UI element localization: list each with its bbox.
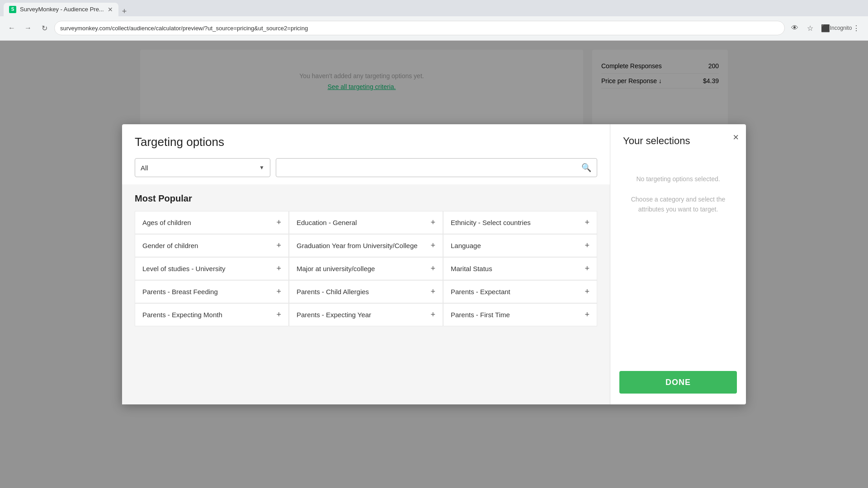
option-item-major-university[interactable]: Major at university/college+ bbox=[289, 257, 443, 280]
modal-filters: All ▼ 🔍 bbox=[122, 158, 610, 184]
option-plus-icon: + bbox=[276, 310, 281, 319]
tab-close-icon[interactable]: ✕ bbox=[108, 6, 113, 13]
browser-toolbar: ← → ↻ surveymonkey.com/collect/audience/… bbox=[0, 16, 868, 40]
option-plus-icon: + bbox=[430, 218, 435, 227]
option-label: Marital Status bbox=[451, 265, 492, 272]
option-label: Language bbox=[451, 242, 481, 249]
option-item-ethnicity-select-countries[interactable]: Ethnicity - Select countries+ bbox=[443, 211, 597, 234]
options-grid: Ages of children+Education - General+Eth… bbox=[135, 211, 597, 326]
sidebar-title: Your selections bbox=[623, 135, 733, 147]
option-label: Graduation Year from University/College bbox=[297, 242, 418, 249]
option-label: Gender of children bbox=[142, 242, 198, 249]
modal-header: Targeting options bbox=[122, 124, 610, 158]
option-item-language[interactable]: Language+ bbox=[443, 234, 597, 257]
browser-tabs: S SurveyMonkey - Audience Pre... ✕ + bbox=[0, 0, 868, 16]
option-plus-icon: + bbox=[276, 241, 281, 250]
back-button[interactable]: ← bbox=[5, 22, 18, 34]
option-item-parents-breast-feeding[interactable]: Parents - Breast Feeding+ bbox=[135, 280, 289, 303]
most-popular-title: Most Popular bbox=[135, 193, 597, 204]
filter-dropdown[interactable]: All ▼ bbox=[135, 158, 270, 177]
option-plus-icon: + bbox=[276, 264, 281, 273]
option-label: Parents - Expectant bbox=[451, 288, 510, 296]
option-plus-icon: + bbox=[585, 241, 590, 250]
option-plus-icon: + bbox=[276, 218, 281, 227]
option-plus-icon: + bbox=[430, 287, 435, 296]
option-item-parents-expectant[interactable]: Parents - Expectant+ bbox=[443, 280, 597, 303]
eye-slash-icon: 👁 bbox=[788, 22, 801, 34]
new-tab-button[interactable]: + bbox=[118, 7, 131, 16]
forward-button[interactable]: → bbox=[22, 22, 34, 34]
option-plus-icon: + bbox=[585, 264, 590, 273]
no-selections-text: No targeting options selected. Choose a … bbox=[623, 174, 733, 215]
url-text: surveymonkey.com/collect/audience/calcul… bbox=[60, 25, 308, 32]
done-button[interactable]: DONE bbox=[619, 371, 737, 394]
profile-icon[interactable]: Incognito bbox=[835, 22, 847, 34]
option-label: Parents - Expecting Year bbox=[297, 311, 371, 319]
option-plus-icon: + bbox=[585, 310, 590, 319]
option-label: Parents - Expecting Month bbox=[142, 311, 222, 319]
option-label: Ethnicity - Select countries bbox=[451, 219, 531, 226]
option-label: Parents - Breast Feeding bbox=[142, 288, 218, 296]
option-label: Parents - First Time bbox=[451, 311, 510, 319]
toolbar-icons: 👁 ☆ ⬛ Incognito ⋮ bbox=[788, 22, 863, 34]
no-selections-line2: Choose a category and select the attribu… bbox=[623, 194, 733, 215]
option-plus-icon: + bbox=[430, 241, 435, 250]
active-tab[interactable]: S SurveyMonkey - Audience Pre... ✕ bbox=[4, 3, 118, 16]
tab-favicon: S bbox=[9, 6, 16, 13]
menu-icon[interactable]: ⋮ bbox=[850, 22, 863, 34]
option-item-parents-expecting-year[interactable]: Parents - Expecting Year+ bbox=[289, 303, 443, 326]
search-icon: 🔍 bbox=[581, 163, 591, 173]
option-item-parents-child-allergies[interactable]: Parents - Child Allergies+ bbox=[289, 280, 443, 303]
option-item-ages-of-children[interactable]: Ages of children+ bbox=[135, 211, 289, 234]
modal-overlay: Targeting options All ▼ 🔍 Most Popular A… bbox=[0, 41, 868, 488]
close-button[interactable]: × bbox=[733, 131, 739, 143]
star-icon[interactable]: ☆ bbox=[804, 22, 816, 34]
modal-content: Most Popular Ages of children+Education … bbox=[122, 184, 610, 404]
dropdown-arrow-icon: ▼ bbox=[259, 164, 264, 171]
option-label: Parents - Child Allergies bbox=[297, 288, 369, 296]
address-bar[interactable]: surveymonkey.com/collect/audience/calcul… bbox=[54, 21, 785, 35]
option-plus-icon: + bbox=[276, 287, 281, 296]
option-item-parents-expecting-month[interactable]: Parents - Expecting Month+ bbox=[135, 303, 289, 326]
no-selections-line1: No targeting options selected. bbox=[623, 174, 733, 184]
option-label: Level of studies - University bbox=[142, 265, 225, 272]
targeting-options-modal: Targeting options All ▼ 🔍 Most Popular A… bbox=[122, 124, 746, 404]
option-item-graduation-year[interactable]: Graduation Year from University/College+ bbox=[289, 234, 443, 257]
option-label: Major at university/college bbox=[297, 265, 375, 272]
modal-sidebar: Your selections No targeting options sel… bbox=[610, 124, 746, 404]
option-item-gender-of-children[interactable]: Gender of children+ bbox=[135, 234, 289, 257]
filter-dropdown-value: All bbox=[141, 164, 255, 172]
tab-label: SurveyMonkey - Audience Pre... bbox=[20, 6, 104, 13]
option-plus-icon: + bbox=[430, 264, 435, 273]
option-plus-icon: + bbox=[585, 218, 590, 227]
option-item-parents-first-time[interactable]: Parents - First Time+ bbox=[443, 303, 597, 326]
search-input[interactable] bbox=[282, 164, 581, 172]
option-label: Ages of children bbox=[142, 219, 191, 226]
option-item-marital-status[interactable]: Marital Status+ bbox=[443, 257, 597, 280]
search-box: 🔍 bbox=[276, 158, 597, 177]
modal-title: Targeting options bbox=[135, 135, 597, 149]
option-label: Education - General bbox=[297, 219, 357, 226]
option-item-education-general[interactable]: Education - General+ bbox=[289, 211, 443, 234]
refresh-button[interactable]: ↻ bbox=[38, 22, 51, 34]
option-plus-icon: + bbox=[430, 310, 435, 319]
modal-main-panel: Targeting options All ▼ 🔍 Most Popular A… bbox=[122, 124, 610, 404]
option-plus-icon: + bbox=[585, 287, 590, 296]
browser-chrome: S SurveyMonkey - Audience Pre... ✕ + ← →… bbox=[0, 0, 868, 41]
option-item-level-of-studies-university[interactable]: Level of studies - University+ bbox=[135, 257, 289, 280]
